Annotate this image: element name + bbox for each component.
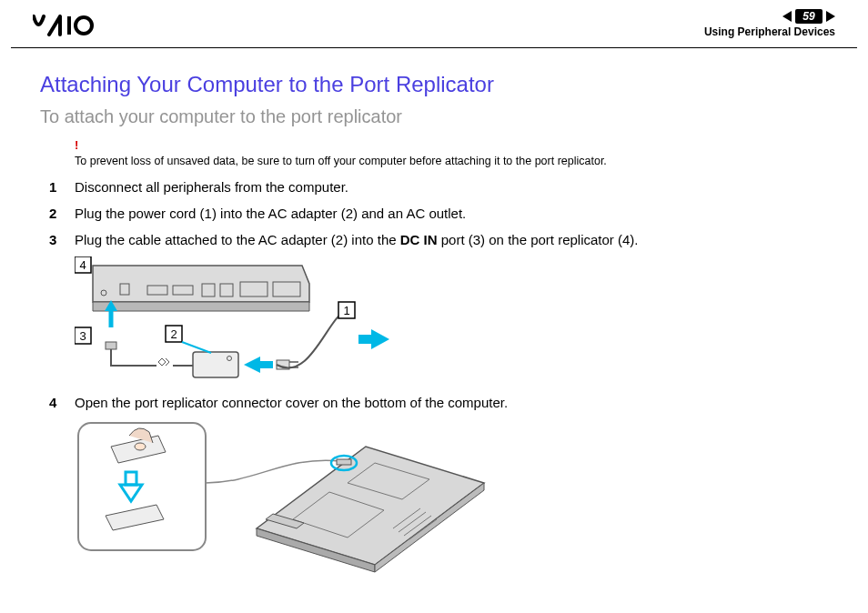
- warning-block: ! To prevent loss of unsaved data, be su…: [75, 138, 828, 168]
- power-cord-illustration: [277, 311, 348, 369]
- port-replicator-illustration: [93, 266, 309, 311]
- page-subtitle: To attach your computer to the port repl…: [40, 106, 828, 127]
- step-3: 3 Plug the cable attached to the AC adap…: [40, 230, 828, 249]
- page-title: Attaching Your Computer to the Port Repl…: [40, 72, 828, 97]
- svg-rect-24: [260, 361, 273, 368]
- step-number: 2: [49, 204, 75, 223]
- prev-page-arrow-icon[interactable]: [782, 11, 792, 22]
- header-right: 59 Using Peripheral Devices: [704, 9, 835, 38]
- svg-line-22: [182, 342, 211, 353]
- step-1: 1 Disconnect all peripherals from the co…: [40, 177, 828, 196]
- arrow-to-outlet-icon: [358, 329, 389, 349]
- steps-list-continued: 4 Open the port replicator connector cov…: [40, 393, 828, 412]
- callout-4: 4: [75, 256, 91, 273]
- svg-rect-16: [106, 342, 116, 349]
- step-text: Plug the power cord (1) into the AC adap…: [75, 204, 828, 223]
- callout-3: 3: [75, 327, 91, 344]
- page-content: Attaching Your Computer to the Port Repl…: [0, 48, 868, 574]
- dc-cable-illustration: [106, 342, 193, 366]
- step-text-bold: DC IN: [400, 232, 438, 247]
- vaio-logo: [33, 9, 115, 40]
- step-text-pre: Plug the cable attached to the AC adapte…: [75, 232, 400, 247]
- step-text: Disconnect all peripherals from the comp…: [75, 177, 828, 196]
- step-number: 1: [49, 177, 75, 196]
- callout-2: 2: [166, 326, 211, 353]
- svg-point-1: [76, 17, 92, 34]
- step-2: 2 Plug the power cord (1) into the AC ad…: [40, 204, 828, 223]
- step-text: Plug the cable attached to the AC adapte…: [75, 230, 828, 249]
- warning-icon: !: [75, 138, 828, 152]
- ac-adapter-illustration: [193, 352, 238, 377]
- step-text-post: port (3) on the port replicator (4).: [438, 232, 639, 247]
- svg-rect-39: [337, 459, 351, 465]
- svg-text:1: 1: [343, 304, 349, 317]
- svg-rect-0: [67, 16, 71, 35]
- laptop-bottom-illustration: [257, 447, 484, 572]
- next-page-arrow-icon[interactable]: [826, 11, 835, 22]
- svg-point-32: [135, 443, 146, 450]
- step-number: 4: [49, 393, 75, 412]
- svg-rect-18: [193, 352, 238, 377]
- page-number: 59: [795, 9, 823, 24]
- leader-line: [206, 460, 340, 483]
- svg-text:3: 3: [79, 329, 86, 343]
- step-number: 3: [49, 230, 75, 249]
- figure-cable-diagram: 4 3: [75, 256, 828, 384]
- svg-marker-23: [244, 357, 260, 373]
- steps-list: 1 Disconnect all peripherals from the co…: [40, 177, 828, 249]
- step-text: Open the port replicator connector cover…: [75, 393, 828, 412]
- svg-marker-31: [371, 329, 389, 349]
- page-header: 59 Using Peripheral Devices: [11, 0, 857, 48]
- section-title: Using Peripheral Devices: [704, 25, 835, 38]
- svg-text:4: 4: [79, 258, 86, 272]
- figure-connector-cover: [75, 419, 828, 574]
- svg-rect-30: [358, 335, 373, 344]
- step-4: 4 Open the port replicator connector cov…: [40, 393, 828, 412]
- svg-text:2: 2: [170, 327, 177, 341]
- callout-1: 1: [338, 302, 355, 318]
- warning-text: To prevent loss of unsaved data, be sure…: [75, 155, 607, 167]
- page-navigator: 59: [782, 9, 835, 24]
- arrow-power-to-adapter-icon: [244, 357, 273, 373]
